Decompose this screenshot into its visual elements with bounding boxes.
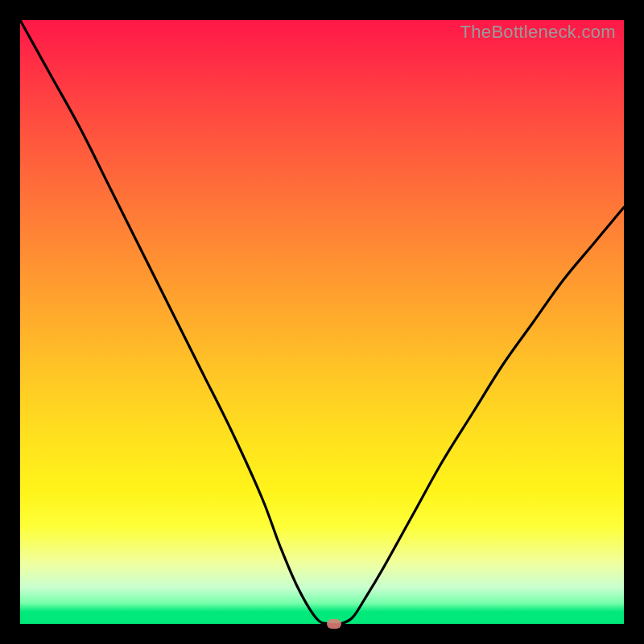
optimal-point-marker xyxy=(327,619,341,629)
plot-area: TheBottleneck.com xyxy=(20,20,624,624)
chart-frame: TheBottleneck.com xyxy=(0,0,644,644)
bottleneck-curve xyxy=(20,20,624,624)
